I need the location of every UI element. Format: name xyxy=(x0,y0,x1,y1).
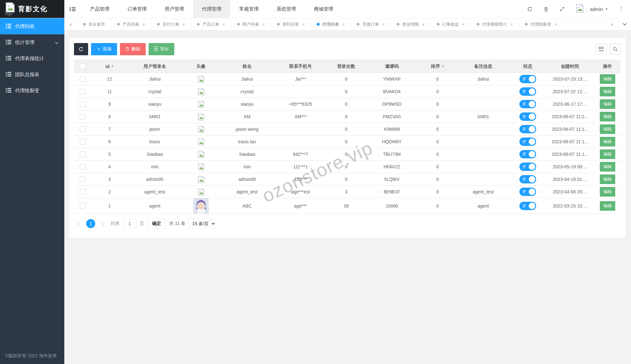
tab[interactable]: 产品列表 × xyxy=(111,18,151,30)
edit-button[interactable]: 编辑 xyxy=(600,187,615,197)
top-nav-item[interactable]: 代理管理 xyxy=(193,0,230,18)
page-jump-input[interactable] xyxy=(123,219,136,228)
column-header[interactable]: 姓名 xyxy=(220,60,274,73)
tab[interactable]: 后台首页 xyxy=(77,18,111,30)
tab-close-icon[interactable]: × xyxy=(342,22,345,27)
row-checkbox[interactable] xyxy=(80,101,86,107)
status-toggle[interactable]: 开 xyxy=(519,87,536,96)
tab[interactable]: 代理表报统计 × xyxy=(471,18,519,30)
tab-close-icon[interactable]: × xyxy=(262,22,265,27)
top-nav-item[interactable]: 常规管理 xyxy=(230,0,268,18)
more-vertical-icon[interactable]: ⋮ xyxy=(618,6,624,13)
column-header[interactable]: 头像 xyxy=(181,60,220,73)
row-checkbox[interactable] xyxy=(80,139,86,145)
status-toggle[interactable]: 开 xyxy=(519,175,536,183)
edit-button[interactable]: 编辑 xyxy=(600,174,615,184)
column-header[interactable]: 备注信息 xyxy=(456,60,510,73)
edit-button[interactable]: 编辑 xyxy=(600,74,615,84)
tab-close-icon[interactable]: × xyxy=(222,22,225,27)
tab[interactable]: 签到记录 × xyxy=(271,18,311,30)
top-nav-item[interactable]: 用户管理 xyxy=(156,0,193,18)
status-toggle[interactable]: 开 xyxy=(519,150,536,158)
refresh-icon[interactable] xyxy=(527,6,533,12)
column-header[interactable]: id ▲▼ xyxy=(91,60,128,73)
edit-button[interactable]: 编辑 xyxy=(600,124,615,134)
status-toggle[interactable]: 开 xyxy=(519,188,536,196)
column-header[interactable]: 用户登录名 xyxy=(128,60,181,73)
tab-close-icon[interactable]: × xyxy=(510,22,513,27)
row-checkbox[interactable] xyxy=(80,89,86,94)
tab[interactable]: 代理线裂变 × xyxy=(519,18,563,30)
row-checkbox[interactable] xyxy=(80,151,86,157)
tab[interactable]: 充值订单 × xyxy=(351,18,391,30)
select-all-checkbox[interactable] xyxy=(80,64,86,69)
top-nav-item[interactable]: 系统管理 xyxy=(268,0,305,18)
top-nav-item[interactable]: 订单管理 xyxy=(118,0,156,18)
status-toggle[interactable]: 开 xyxy=(519,100,536,108)
status-toggle[interactable]: 开 xyxy=(519,202,536,210)
next-page-icon[interactable]: › xyxy=(98,219,107,228)
page-number-button[interactable]: 1 xyxy=(86,219,95,228)
row-checkbox[interactable] xyxy=(80,126,86,132)
edit-button[interactable]: 编辑 xyxy=(600,87,615,96)
sidebar-item[interactable]: 统计管理 xyxy=(0,34,64,50)
edit-button[interactable]: 编辑 xyxy=(600,112,615,121)
sidebar-item[interactable]: 团队总报表 xyxy=(0,67,64,83)
sidebar-item[interactable]: 代理列表 xyxy=(0,18,64,34)
sidebar-item[interactable]: 代理线裂变 xyxy=(0,83,64,99)
row-checkbox[interactable] xyxy=(80,176,86,182)
column-header[interactable]: 排序 ▲▼ xyxy=(418,60,456,73)
status-toggle[interactable]: 开 xyxy=(519,163,536,171)
tab[interactable]: 资金明细 × xyxy=(391,18,431,30)
tab-close-icon[interactable]: × xyxy=(462,22,465,27)
tab-close-icon[interactable]: × xyxy=(142,22,145,27)
status-toggle[interactable]: 开 xyxy=(519,125,536,133)
tab-close-icon[interactable]: × xyxy=(422,22,425,27)
top-nav-item[interactable]: 商城管理 xyxy=(305,0,342,18)
sidebar-collapse-icon[interactable] xyxy=(64,0,81,18)
sort-icon[interactable]: ▲▼ xyxy=(442,65,444,68)
column-header[interactable]: 创建时间 xyxy=(545,60,594,73)
page-size-select[interactable]: 15 条/页 xyxy=(188,219,216,228)
tab-scroll-right-icon[interactable]: › xyxy=(605,18,618,30)
status-toggle[interactable]: 开 xyxy=(519,112,536,121)
edit-button[interactable]: 编辑 xyxy=(600,162,615,172)
sidebar-item[interactable]: 代理表报统计 xyxy=(0,50,64,67)
status-toggle[interactable]: 开 xyxy=(519,138,536,146)
prev-page-icon[interactable]: ‹ xyxy=(74,219,83,228)
row-checkbox[interactable] xyxy=(80,203,86,209)
tab-scroll-left-icon[interactable]: ‹ xyxy=(64,18,77,30)
fullscreen-icon[interactable] xyxy=(560,6,565,12)
top-nav-item[interactable]: 产品管理 xyxy=(81,0,118,18)
edit-button[interactable]: 编辑 xyxy=(600,137,615,146)
search-button[interactable] xyxy=(610,44,621,55)
export-button[interactable]: 导出 xyxy=(149,43,174,55)
row-checkbox[interactable] xyxy=(80,189,86,195)
delete-button[interactable]: 删除 xyxy=(120,43,146,55)
column-header[interactable]: 联系手机号 xyxy=(274,60,327,73)
status-toggle[interactable]: 开 xyxy=(519,75,536,83)
row-checkbox[interactable] xyxy=(80,76,86,82)
edit-button[interactable]: 编辑 xyxy=(600,201,615,211)
tab[interactable]: 产品订单 × xyxy=(191,18,231,30)
confirm-button[interactable]: 确定 xyxy=(147,218,166,229)
add-button[interactable]: ＋添加 xyxy=(91,43,117,55)
tab-options-icon[interactable] xyxy=(618,18,631,30)
row-checkbox[interactable] xyxy=(80,114,86,120)
column-header[interactable]: 登录次数 xyxy=(327,60,365,73)
tab-close-icon[interactable]: × xyxy=(182,22,185,27)
column-header[interactable]: 状态 xyxy=(510,60,545,73)
tab[interactable]: 用户列表 × xyxy=(231,18,271,30)
edit-button[interactable]: 编辑 xyxy=(600,149,615,159)
tab[interactable]: 支付订单 × xyxy=(151,18,191,30)
tab[interactable]: 订单收益 × xyxy=(431,18,471,30)
sort-icon[interactable]: ▲▼ xyxy=(111,65,114,68)
refresh-button[interactable] xyxy=(74,43,88,55)
columns-filter-button[interactable] xyxy=(596,44,607,55)
edit-button[interactable]: 编辑 xyxy=(600,99,615,109)
column-header[interactable]: 操作 xyxy=(594,60,621,73)
row-checkbox[interactable] xyxy=(80,164,86,170)
tab-close-icon[interactable]: × xyxy=(554,22,557,27)
tab-close-icon[interactable]: × xyxy=(382,22,385,27)
tab[interactable]: 代理列表 × xyxy=(311,18,351,30)
